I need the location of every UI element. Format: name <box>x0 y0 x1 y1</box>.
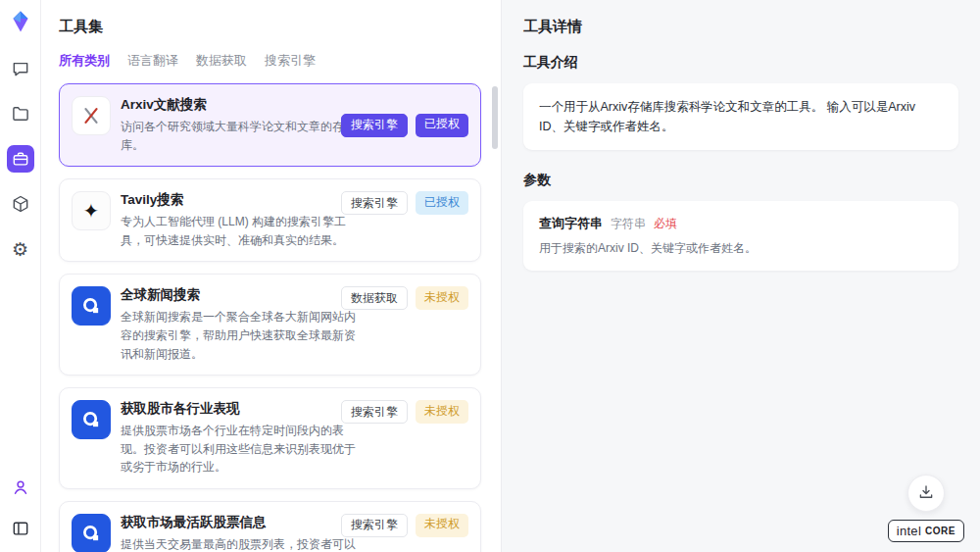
app-logo-icon <box>9 10 32 33</box>
panel-icon <box>11 519 30 538</box>
tool-body: 获取股市各行业表现 提供股票市场各个行业在特定时间段内的表现。投资者可以利用这些… <box>121 400 364 477</box>
chat-icon <box>11 59 30 78</box>
sidebar-bottom <box>7 474 34 542</box>
tool-card[interactable]: ✦ Tavily搜索 专为人工智能代理 (LLM) 构建的搜索引擎工具，可快速提… <box>59 178 481 262</box>
auth-status-badge: 未授权 <box>416 514 468 537</box>
tool-description: 访问各个研究领域大量科学论文和文章的存储库。 <box>121 118 364 154</box>
tavily-icon: ✦ <box>72 191 111 230</box>
tab-all-categories[interactable]: 所有类别 <box>59 52 110 70</box>
tool-description: 专为人工智能代理 (LLM) 构建的搜索引擎工具，可快速提供实时、准确和真实的结… <box>121 213 364 249</box>
param-name: 查询字符串 <box>539 215 603 232</box>
category-badge: 搜索引擎 <box>341 114 408 137</box>
arxiv-icon <box>72 96 111 135</box>
param-type: 字符串 <box>611 216 646 232</box>
tool-card[interactable]: 全球新闻搜索 全球新闻搜索是一个聚合全球各大新闻网站内容的搜索引擎，帮助用户快速… <box>59 274 481 376</box>
category-badge: 搜索引擎 <box>341 191 408 215</box>
category-badge: 搜索引擎 <box>341 514 408 537</box>
cube-icon <box>11 194 30 214</box>
auth-status-badge: 未授权 <box>416 400 468 424</box>
sidebar-item-tools[interactable] <box>7 145 34 173</box>
sidebar-item-user[interactable] <box>7 474 34 501</box>
download-icon <box>917 483 935 504</box>
tool-list: Arxiv文献搜索 访问各个研究领域大量科学论文和文章的存储库。 搜索引擎 已授… <box>59 83 481 552</box>
tool-name: 获取股市各行业表现 <box>121 400 364 418</box>
sidebar-item-files[interactable] <box>7 100 34 127</box>
tool-name: Arxiv文献搜索 <box>121 96 364 114</box>
tool-description: 提供当天交易量最高的股票列表，投资者可以利用这些信息来识别流动性强的股票和潜在的… <box>121 535 364 552</box>
param-header: 查询字符串 字符串 必填 <box>539 215 943 232</box>
tool-description: 全球新闻搜索是一个聚合全球各大新闻网站内容的搜索引擎，帮助用户快速获取全球最新资… <box>121 308 364 363</box>
tool-name: 全球新闻搜索 <box>121 286 364 304</box>
download-button[interactable] <box>907 475 945 512</box>
intro-text: 一个用于从Arxiv存储库搜索科学论文和文章的工具。 输入可以是Arxiv ID… <box>539 97 943 136</box>
param-required-flag: 必填 <box>654 216 677 232</box>
bluelogo-icon <box>72 514 111 552</box>
core-brand-text: CORE <box>925 526 956 536</box>
tab-translation[interactable]: 语言翻译 <box>127 52 178 70</box>
tool-card[interactable]: Arxiv文献搜索 访问各个研究领域大量科学论文和文章的存储库。 搜索引擎 已授… <box>59 83 481 167</box>
intel-brand-text: intel <box>897 524 921 538</box>
param-description: 用于搜索的Arxiv ID、关键字或作者姓名。 <box>539 240 943 257</box>
tool-name: Tavily搜索 <box>121 191 364 209</box>
sidebar-nav: ⚙ <box>7 55 34 263</box>
scrollbar-thumb[interactable] <box>492 86 498 149</box>
tool-detail-panel: 工具详情 工具介绍 一个用于从Arxiv存储库搜索科学论文和文章的工具。 输入可… <box>502 0 980 552</box>
params-section-title: 参数 <box>523 172 958 189</box>
sidebar-item-plugins[interactable] <box>7 190 34 218</box>
tool-description: 提供股票市场各个行业在特定时间段内的表现。投资者可以利用这些信息来识别表现优于或… <box>121 422 364 477</box>
scrollbar[interactable] <box>492 86 498 537</box>
tool-badges: 搜索引擎 未授权 <box>341 400 468 424</box>
floating-actions: intel CORE <box>888 475 964 542</box>
intel-core-logo: intel CORE <box>888 520 964 542</box>
tool-card[interactable]: 获取市场最活跃股票信息 提供当天交易量最高的股票列表，投资者可以利用这些信息来识… <box>59 501 481 552</box>
tool-badges: 数据获取 未授权 <box>341 286 468 310</box>
sidebar-item-chat[interactable] <box>7 55 34 82</box>
auth-status-badge: 已授权 <box>416 114 468 137</box>
user-icon <box>11 477 30 497</box>
app-root: ⚙ 工具 <box>0 0 980 552</box>
sidebar-item-settings[interactable]: ⚙ <box>7 235 34 263</box>
intro-card: 一个用于从Arxiv存储库搜索科学论文和文章的工具。 输入可以是Arxiv ID… <box>523 83 958 150</box>
briefcase-icon <box>11 149 30 169</box>
tool-body: 获取市场最活跃股票信息 提供当天交易量最高的股票列表，投资者可以利用这些信息来识… <box>121 514 364 552</box>
sidebar-collapse[interactable] <box>7 515 34 542</box>
tool-badges: 搜索引擎 已授权 <box>341 191 468 215</box>
auth-status-badge: 已授权 <box>416 191 468 215</box>
category-badge: 搜索引擎 <box>341 400 408 424</box>
detail-title: 工具详情 <box>523 18 958 36</box>
auth-status-badge: 未授权 <box>416 286 468 310</box>
tool-body: Tavily搜索 专为人工智能代理 (LLM) 构建的搜索引擎工具，可快速提供实… <box>121 191 364 249</box>
tool-card[interactable]: 获取股市各行业表现 提供股票市场各个行业在特定时间段内的表现。投资者可以利用这些… <box>59 387 481 489</box>
sidebar: ⚙ <box>0 0 41 552</box>
tab-search-engine[interactable]: 搜索引擎 <box>265 52 316 70</box>
intro-section-title: 工具介绍 <box>523 54 958 72</box>
tab-data-fetch[interactable]: 数据获取 <box>196 52 247 70</box>
page-title: 工具集 <box>59 18 481 36</box>
category-tabs: 所有类别 语言翻译 数据获取 搜索引擎 <box>59 52 481 70</box>
param-card: 查询字符串 字符串 必填 用于搜索的Arxiv ID、关键字或作者姓名。 <box>523 201 958 271</box>
tool-badges: 搜索引擎 已授权 <box>341 114 468 137</box>
tool-name: 获取市场最活跃股票信息 <box>121 514 364 531</box>
gear-icon: ⚙ <box>12 240 28 259</box>
tool-list-panel: 工具集 所有类别 语言翻译 数据获取 搜索引擎 Arxiv文献搜索 访问各个研究… <box>41 0 502 552</box>
tool-badges: 搜索引擎 未授权 <box>341 514 468 537</box>
bluelogo-icon <box>72 400 111 439</box>
tool-body: Arxiv文献搜索 访问各个研究领域大量科学论文和文章的存储库。 <box>121 96 364 154</box>
tool-body: 全球新闻搜索 全球新闻搜索是一个聚合全球各大新闻网站内容的搜索引擎，帮助用户快速… <box>121 286 364 363</box>
folder-icon <box>11 104 30 124</box>
bluelogo-icon <box>72 286 111 326</box>
category-badge: 数据获取 <box>341 286 408 310</box>
